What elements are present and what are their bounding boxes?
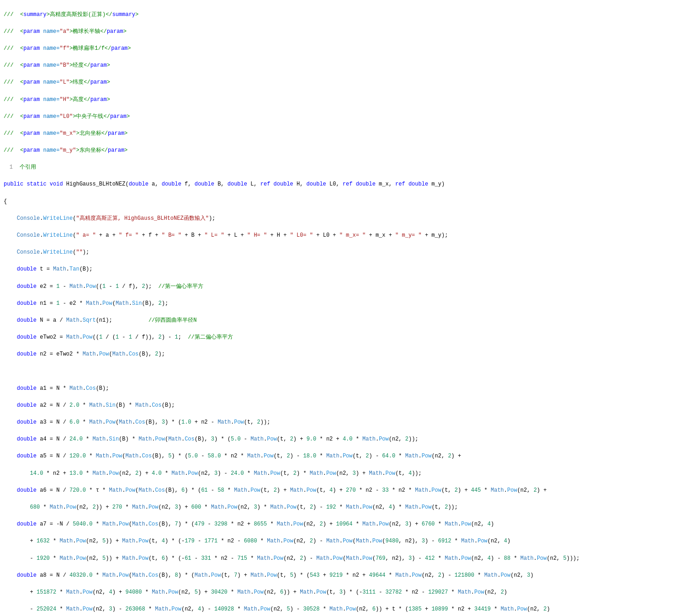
code-line: double a3 = N / 6.0 * Math.Pow(Math.Cos(… (4, 418, 696, 427)
code-line: double a8 = N / 40320.0 * Math.Pow(Math.… (4, 571, 696, 580)
code-line: + 151872 * Math.Pow(n2, 4) + 94080 * Mat… (4, 588, 696, 597)
code-line: { (4, 197, 696, 206)
code-line: Console.WriteLine(" a= " + a + " f= " + … (4, 231, 696, 240)
code-line: double N = a / Math.Sqrt(n1); //卯西圆曲率半径N (4, 316, 696, 325)
code-line: /// <param name="L0">中央子午线</param> (4, 112, 696, 121)
code-editor: /// <summary>高精度高斯投影(正算)</summary> /// <… (0, 0, 700, 616)
code-line: - 252024 * Math.Pow(n2, 3) - 263068 * Ma… (4, 605, 696, 614)
code-line: Console.WriteLine(""); (4, 248, 696, 257)
code-line: 14.0 * n2 + 13.0 * Math.Pow(n2, 2) + 4.0… (4, 469, 696, 478)
code-line (4, 367, 696, 376)
code-line: /// <param name="m_y">东向坐标</param> (4, 146, 696, 155)
code-line: /// <param name="m_x">北向坐标</param> (4, 129, 696, 138)
code-line: double eTwo2 = Math.Pow((1 / (1 - 1 / f)… (4, 333, 696, 342)
code-line: /// <summary>高精度高斯投影(正算)</summary> (4, 11, 696, 19)
code-line: double a7 = -N / 5040.0 * Math.Pow(Math.… (4, 520, 696, 529)
code-line: double n2 = eTwo2 * Math.Pow(Math.Cos(B)… (4, 350, 696, 359)
code-line: /// <param name="f">椭球扁率1/f</param> (4, 44, 696, 53)
code-line: double e2 = 1 - Math.Pow((1 - 1 / f), 2)… (4, 282, 696, 291)
code-line: 1 个引用 (4, 163, 696, 172)
code-line: + 1632 * Math.Pow(n2, 5)) + Math.Pow(t, … (4, 537, 696, 546)
code-line: /// <param name="L">纬度</param> (4, 78, 696, 87)
code-line: Console.WriteLine("高精度高斯正算, HighGauss_BL… (4, 214, 696, 223)
code-line: /// <param name="H">高度</param> (4, 96, 696, 104)
code-line: - 1920 * Math.Pow(n2, 5)) + Math.Pow(t, … (4, 554, 696, 563)
code-line: double a5 = N / 120.0 * Math.Pow(Math.Co… (4, 452, 696, 461)
code-line: /// <param name="a">椭球长半轴</param> (4, 27, 696, 36)
code-line: 680 * Math.Pow(n2, 2)) + 270 * Math.Pow(… (4, 503, 696, 512)
code-line: double a1 = N * Math.Cos(B); (4, 384, 696, 393)
code-line: public static void HighGauss_BLHtoNEZ(do… (4, 180, 696, 189)
code-line: double n1 = 1 - e2 * Math.Pow(Math.Sin(B… (4, 299, 696, 308)
code-line: double a2 = N / 2.0 * Math.Sin(B) * Math… (4, 401, 696, 410)
code-line: /// <param name="B">经度</param> (4, 61, 696, 70)
code-line: double a4 = N / 24.0 * Math.Sin(B) * Mat… (4, 435, 696, 444)
code-line: double t = Math.Tan(B); (4, 265, 696, 274)
code-line: double a6 = N / 720.0 * τ * Math.Pow(Mat… (4, 486, 696, 495)
